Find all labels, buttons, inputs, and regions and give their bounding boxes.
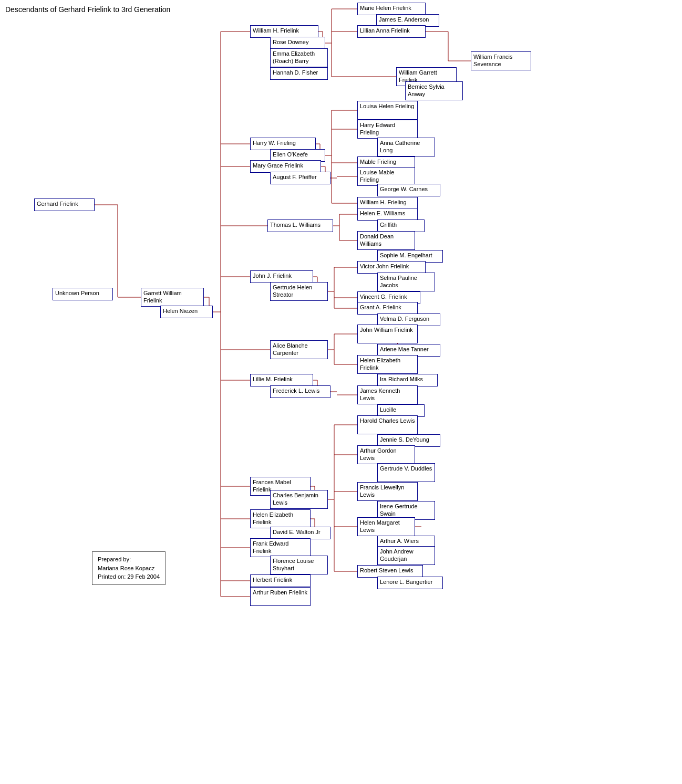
node-garrett: Garrett William Frielink	[141, 288, 204, 307]
node-rose_downey: Rose Downey	[270, 37, 325, 49]
node-lillian_anna: Lillian Anna Frielink	[357, 25, 426, 38]
node-marie_helen: Marie Helen Frielink	[357, 3, 426, 15]
node-selma_pauline: Selma Pauline Jacobs	[377, 273, 435, 291]
node-helen_e_williams: Helen E. Williams	[357, 208, 418, 221]
node-john_william: John William Frielink	[357, 325, 418, 343]
node-helen_margaret: Helen Margaret Lewis	[357, 517, 415, 536]
node-david_walton_jr: David E. Walton Jr	[270, 527, 330, 539]
node-helen_niezen: Helen Niezen	[160, 306, 213, 318]
node-louisa_helen: Louisa Helen Frieling	[357, 101, 418, 120]
connector-lines	[0, 0, 682, 784]
node-william_h: William H. Frielink	[250, 25, 318, 38]
node-frederick_l: Frederick L. Lewis	[270, 385, 330, 398]
node-helen_elizabeth_f: Helen Elizabeth Frielink	[357, 355, 418, 374]
node-harry_edward: Harry Edward Frieling	[357, 120, 418, 139]
node-james_kenneth: James Kenneth Lewis	[357, 385, 418, 404]
prepared-box: Prepared by: Mariana Rose Kopacz Printed…	[92, 551, 166, 585]
node-victor_john: Victor John Frielink	[357, 261, 426, 274]
node-gertrude_helen: Gertrude Helen Streator	[270, 282, 328, 301]
node-emma: Emma Elizabeth (Roach) Barry	[270, 48, 328, 67]
node-lenore_l: Lenore L. Bangertier	[377, 577, 443, 589]
node-charles_benjamin: Charles Benjamin Lewis	[270, 490, 328, 509]
node-donald_dean: Donald Dean Williams	[357, 231, 415, 250]
node-grant_a: Grant A. Frielink	[357, 302, 418, 315]
node-griffith: Griffith	[377, 219, 425, 232]
node-gerhard: Gerhard Frielink	[34, 198, 95, 211]
node-mary_grace: Mary Grace Frielink	[250, 160, 321, 173]
node-herbert: Herbert Frielink	[250, 574, 311, 587]
node-john_andrew: John Andrew Gouderjan	[377, 546, 435, 565]
node-harry_w: Harry W. Frieling	[250, 138, 316, 150]
node-unknown: Unknown Person	[53, 288, 113, 300]
node-gertrude_v: Gertrude V. Duddles	[377, 463, 435, 482]
page-title: Descendants of Gerhard Frielink to 3rd G…	[5, 5, 170, 14]
node-anna_catherine: Anna Catherine Long	[377, 138, 435, 156]
prepared-line2: Mariana Rose Kopacz	[98, 564, 160, 573]
prepared-line3: Printed on: 29 Feb 2004	[98, 572, 160, 581]
node-florence_louise: Florence Louise Stuyhart	[270, 556, 328, 574]
node-john_j: John J. Frielink	[250, 270, 313, 283]
node-robert_steven: Robert Steven Lewis	[357, 565, 423, 578]
node-thomas_l: Thomas L. Williams	[267, 219, 333, 232]
node-arthur_ruben: Arthur Ruben Frielink	[250, 587, 311, 606]
node-hannah: Hannah D. Fisher	[270, 67, 328, 80]
node-ira_richard: Ira Richard Milks	[377, 374, 438, 386]
node-helen_elizabeth_f2: Helen Elizabeth Frielink	[250, 509, 311, 528]
node-august: August F. Pfeiffer	[270, 172, 330, 184]
node-frank_edward: Frank Edward Frielink	[250, 538, 311, 557]
node-arthur_gordon: Arthur Gordon Lewis	[357, 445, 415, 464]
node-george_w: George W. Carnes	[377, 184, 440, 196]
node-alice_blanche: Alice Blanche Carpenter	[270, 340, 328, 359]
node-bernice_sylvia: Bernice Sylvia Anway	[405, 81, 463, 100]
prepared-line1: Prepared by:	[98, 555, 160, 564]
node-harold_charles: Harold Charles Lewis	[357, 415, 418, 434]
node-lillie_m: Lillie M. Frielink	[250, 374, 313, 386]
node-francis_llewellyn: Francis Llewellyn Lewis	[357, 482, 418, 501]
node-louise_mable: Louise Mable Frieling	[357, 167, 415, 186]
node-william_francis: William Francis Severance	[471, 51, 531, 70]
